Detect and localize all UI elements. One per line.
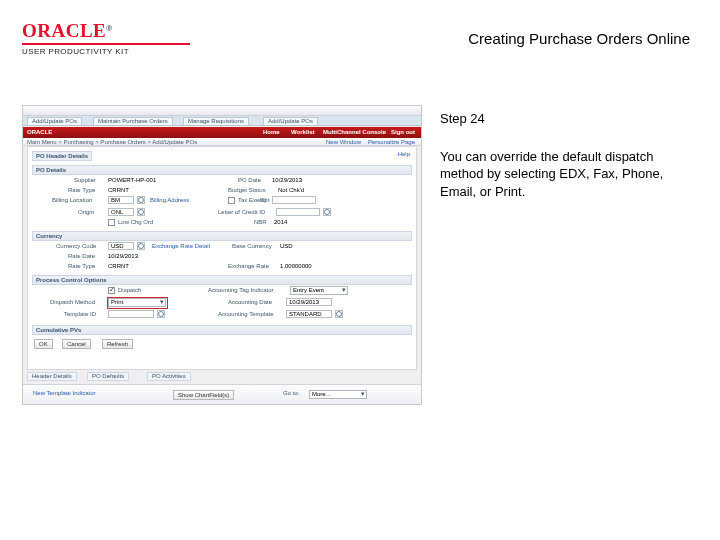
browser-tab[interactable]: Add/Update POs <box>263 117 318 125</box>
browser-toolbar <box>23 106 421 116</box>
breadcrumb-bar: Main Menu > Purchasing > Purchase Orders… <box>23 138 421 146</box>
window-frame: Add/Update POs Maintain Purchase Orders … <box>22 105 422 405</box>
show-chartfields-button[interactable]: Show ChartField(s) <box>173 390 234 400</box>
label-accounting-tag: Accounting Tag Indicator <box>208 287 274 293</box>
low-tab-row: Header Details PO Defaults PO Activities <box>27 372 417 382</box>
help-link[interactable]: Help <box>398 151 410 157</box>
value-budget-status: Not Chk'd <box>278 187 304 193</box>
section-cumulative-pvs[interactable]: Cumulative PVs <box>32 325 412 335</box>
instruction-panel: Step 24 You can override the default dis… <box>440 110 690 200</box>
brand-word: ORACLE <box>22 20 106 41</box>
value-supplier: POWERT-HP-001 <box>108 177 156 183</box>
app-menu[interactable]: MultiChannel Console <box>323 129 386 135</box>
value-base-currency: USD <box>280 243 293 249</box>
link-billing-address[interactable]: Billing Address <box>150 197 189 203</box>
brand-block: ORACLE® USER PRODUCTIVITY KIT <box>22 20 190 56</box>
label-exchange-rate: Exchange Rate <box>228 263 269 269</box>
checkbox-dispatch[interactable] <box>108 287 115 294</box>
label-accounting-date: Accounting Date <box>228 299 272 305</box>
checkbox-low-chg-ord[interactable] <box>108 219 115 226</box>
brand-subtitle: USER PRODUCTIVITY KIT <box>22 47 190 56</box>
browser-tab[interactable]: Add/Update POs <box>27 117 82 125</box>
lookup-icon[interactable] <box>335 310 343 318</box>
ok-button[interactable]: OK <box>34 339 53 349</box>
link-new-template[interactable]: New Template Indicator <box>33 390 96 396</box>
input-accounting-date[interactable]: 10/29/2013 <box>286 298 332 306</box>
breadcrumb[interactable]: Main Menu > Purchasing > Purchase Orders… <box>27 139 197 145</box>
label-dispatch: Dispatch <box>118 287 141 293</box>
personalize-link[interactable]: Personalize Page <box>368 139 415 145</box>
input-template-id[interactable] <box>108 310 154 318</box>
value-nbr: 2014 <box>274 219 287 225</box>
input-accounting-template[interactable]: STANDARD <box>286 310 332 318</box>
label-dispatch-method: Dispatch Method <box>50 299 95 305</box>
value-rate-type2: CRRNT <box>108 263 129 269</box>
section-po-details[interactable]: PO Details <box>32 165 412 175</box>
browser-tabrow: Add/Update POs Maintain Purchase Orders … <box>23 116 421 126</box>
brand-rule <box>22 43 190 45</box>
label-template-id: Template ID <box>64 311 96 317</box>
input-currency-code[interactable]: USD <box>108 242 134 250</box>
label-letter-of-credit: Letter of Credit ID <box>218 209 265 215</box>
app-menu[interactable]: Worklist <box>291 129 315 135</box>
label-nbr: NBR <box>254 219 267 225</box>
app-body: PO Header Details Help PO Details Suppli… <box>27 146 417 370</box>
lookup-icon[interactable] <box>157 310 165 318</box>
input-billing-location[interactable]: BM <box>108 196 134 204</box>
new-window-link[interactable]: New Window <box>326 139 361 145</box>
app-brandbar: ORACLE Home Worklist MultiChannel Consol… <box>23 127 421 138</box>
input-origin[interactable]: ONL <box>108 208 134 216</box>
label-supplier: Supplier <box>74 177 96 183</box>
label-origin: Origin <box>78 209 94 215</box>
label-currency-code: Currency Code <box>56 243 96 249</box>
checkbox-tax-exempt[interactable] <box>228 197 235 204</box>
step-body: You can override the default dispatch me… <box>440 148 690 201</box>
footer-bar: New Template Indicator Show ChartField(s… <box>23 384 421 404</box>
label-base-currency: Base Currency <box>232 243 272 249</box>
link-exchange-rate-detail[interactable]: Exchange Rate Detail <box>152 243 210 249</box>
low-tab[interactable]: PO Activities <box>147 372 191 381</box>
refresh-button[interactable]: Refresh <box>102 339 133 349</box>
value-po-date: 10/29/2013 <box>272 177 302 183</box>
lookup-icon[interactable] <box>137 196 145 204</box>
brand-tm: ® <box>106 24 112 33</box>
browser-tab[interactable]: Manage Requisitions <box>183 117 249 125</box>
app-menu[interactable]: Sign out <box>391 129 415 135</box>
label-rate-date: Rate Date <box>68 253 95 259</box>
section-process-control[interactable]: Process Control Options <box>32 275 412 285</box>
cancel-button[interactable]: Cancel <box>62 339 91 349</box>
lookup-icon[interactable] <box>137 242 145 250</box>
page-title: Creating Purchase Orders Online <box>468 30 690 47</box>
app-menu[interactable]: Home <box>263 129 280 135</box>
label-goto: Go to: <box>283 390 299 396</box>
section-currency[interactable]: Currency <box>32 231 412 241</box>
low-tab[interactable]: Header Details <box>27 372 77 381</box>
page-heading: PO Header Details <box>32 151 92 161</box>
lookup-icon[interactable] <box>323 208 331 216</box>
value-rate-date: 10/29/2013 <box>108 253 138 259</box>
label-accounting-template: Accounting Template <box>218 311 274 317</box>
label-po-date: PO Date <box>238 177 261 183</box>
dropdown-goto[interactable]: More... <box>309 390 367 399</box>
value-rate-type: CRRNT <box>108 187 129 193</box>
label-rate-type2: Rate Type <box>68 263 95 269</box>
dropdown-accounting-tag[interactable]: Entry Event <box>290 286 348 295</box>
value-exchange-rate: 1.00000000 <box>280 263 312 269</box>
input-id[interactable] <box>272 196 316 204</box>
label-low-chg-ord: Low Chg Ord <box>118 219 153 225</box>
label-rate-type: Rate Type <box>68 187 95 193</box>
browser-tab[interactable]: Maintain Purchase Orders <box>93 117 173 125</box>
app-brand: ORACLE <box>27 129 52 135</box>
label-budget-status: Budget Status <box>228 187 266 193</box>
lookup-icon[interactable] <box>137 208 145 216</box>
label-billing-location: Billing Location <box>52 197 92 203</box>
label-tax-exempt: Tax Exempt <box>238 197 269 203</box>
step-title: Step 24 <box>440 110 690 128</box>
embedded-screenshot: Add/Update POs Maintain Purchase Orders … <box>22 105 422 405</box>
low-tab[interactable]: PO Defaults <box>87 372 129 381</box>
highlight-rectangle <box>107 297 168 309</box>
input-letter-of-credit[interactable] <box>276 208 320 216</box>
